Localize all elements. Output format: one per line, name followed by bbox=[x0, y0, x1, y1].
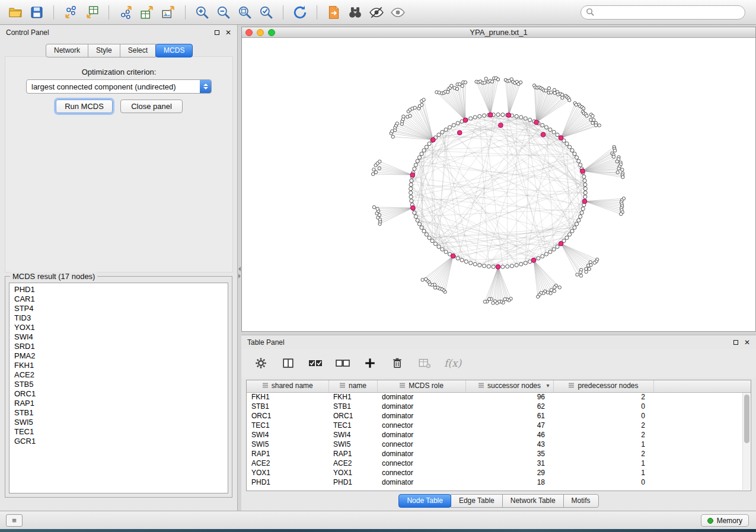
table-toolbar: f(x) bbox=[241, 349, 756, 377]
list-item[interactable]: ORC1 bbox=[9, 389, 228, 399]
table-settings-button[interactable] bbox=[253, 355, 269, 371]
select-all-button[interactable] bbox=[308, 355, 323, 371]
table-row[interactable]: RAP1RAP1dominator352 bbox=[247, 449, 751, 459]
list-item[interactable]: FKH1 bbox=[9, 361, 228, 370]
network-window-title: YPA_prune.txt_1 bbox=[242, 28, 755, 37]
tab-edge-table[interactable]: Edge Table bbox=[451, 494, 503, 508]
floppy-disk-icon bbox=[30, 5, 44, 20]
search-box[interactable] bbox=[580, 5, 745, 20]
search-input[interactable] bbox=[595, 8, 740, 17]
table-panel-titlebar: Table Panel ✕ bbox=[241, 335, 756, 349]
open-file-button[interactable] bbox=[6, 3, 25, 22]
folder-icon bbox=[8, 5, 23, 20]
close-panel-button[interactable]: Close panel bbox=[120, 100, 183, 113]
column-header[interactable]: MCDS role bbox=[377, 380, 465, 392]
show-all-button[interactable] bbox=[388, 3, 407, 22]
unselect-all-icon bbox=[335, 357, 350, 370]
close-icon[interactable]: ✕ bbox=[225, 29, 231, 36]
table-row[interactable]: TEC1TEC1connector472 bbox=[247, 421, 751, 430]
zoom-out-button[interactable] bbox=[214, 3, 233, 22]
tab-style[interactable]: Style bbox=[88, 44, 120, 57]
list-item[interactable]: PHD1 bbox=[9, 285, 228, 294]
float-panel-icon[interactable] bbox=[733, 340, 738, 345]
panel-menu-button[interactable]: ≡ bbox=[6, 514, 23, 527]
table-scrollbar[interactable] bbox=[742, 393, 750, 490]
trash-icon bbox=[391, 357, 404, 370]
list-item[interactable]: YOX1 bbox=[9, 323, 228, 332]
zoom-fit-button[interactable] bbox=[235, 3, 254, 22]
table-row[interactable]: PHD1PHD1dominator180 bbox=[247, 477, 751, 487]
table-row[interactable]: YOX1YOX1connector291 bbox=[247, 468, 751, 477]
column-header[interactable]: shared name bbox=[247, 380, 328, 392]
export-table-button[interactable] bbox=[138, 3, 157, 22]
function-builder-button[interactable]: f(x) bbox=[444, 357, 461, 369]
column-header[interactable]: successor nodes▾ bbox=[465, 380, 553, 392]
list-item[interactable]: STB1 bbox=[9, 408, 228, 418]
delete-table-button[interactable] bbox=[417, 355, 432, 371]
mcds-result-list[interactable]: PHD1CAR1STP4TID3YOX1SWI4SRD1PMA2FKH1ACE2… bbox=[9, 283, 228, 493]
list-item[interactable]: SWI4 bbox=[9, 332, 228, 342]
float-panel-icon[interactable] bbox=[215, 30, 219, 35]
export-image-button[interactable] bbox=[159, 3, 178, 22]
close-icon[interactable]: ✕ bbox=[744, 339, 750, 346]
tab-network[interactable]: Network bbox=[46, 44, 88, 57]
binoculars-icon bbox=[347, 5, 363, 20]
list-item[interactable]: GCR1 bbox=[9, 437, 228, 446]
tab-mcds[interactable]: MCDS bbox=[155, 44, 193, 57]
hide-selected-button[interactable] bbox=[367, 3, 386, 22]
list-item[interactable]: RAP1 bbox=[9, 399, 228, 408]
table-row[interactable]: STB1STB1dominator620 bbox=[247, 402, 751, 411]
table-row[interactable]: SWI5SWI5connector431 bbox=[247, 440, 751, 449]
plus-icon bbox=[363, 357, 377, 370]
tab-network-table[interactable]: Network Table bbox=[502, 494, 564, 508]
export-network-button[interactable] bbox=[116, 3, 135, 22]
collapse-left-icon[interactable] bbox=[238, 267, 241, 271]
eye-slash-icon bbox=[368, 5, 385, 20]
list-item[interactable]: CAR1 bbox=[9, 294, 228, 304]
table-row[interactable]: ACE2ACE2connector311 bbox=[247, 459, 751, 468]
tab-node-table[interactable]: Node Table bbox=[398, 494, 451, 508]
list-item[interactable]: PMA2 bbox=[9, 351, 228, 361]
list-item[interactable]: SWI5 bbox=[9, 418, 228, 427]
unselect-all-button[interactable] bbox=[335, 355, 350, 371]
find-in-network-button[interactable] bbox=[346, 3, 365, 22]
refresh-layout-button[interactable] bbox=[291, 3, 310, 22]
table-row[interactable]: FKH1FKH1dominator962 bbox=[247, 392, 751, 402]
network-window-titlebar: YPA_prune.txt_1 bbox=[242, 27, 755, 38]
list-item[interactable]: TEC1 bbox=[9, 427, 228, 437]
run-mcds-button[interactable]: Run MCDS bbox=[56, 100, 113, 113]
tab-motifs[interactable]: Motifs bbox=[563, 494, 599, 508]
show-column-button[interactable] bbox=[280, 355, 296, 371]
column-header[interactable]: predecessor nodes bbox=[553, 380, 653, 392]
node-table: shared namenameMCDS rolesuccessor nodes▾… bbox=[246, 380, 751, 491]
column-header[interactable]: name bbox=[328, 380, 377, 392]
import-network-icon bbox=[63, 5, 78, 20]
import-table-button[interactable] bbox=[82, 3, 101, 22]
delete-column-button[interactable] bbox=[390, 355, 405, 371]
export-document-button[interactable] bbox=[324, 3, 343, 22]
collapse-right-icon[interactable] bbox=[238, 274, 241, 278]
import-network-button[interactable] bbox=[61, 3, 80, 22]
search-icon bbox=[586, 8, 595, 17]
list-item[interactable]: STP4 bbox=[9, 304, 228, 313]
table-sort-icon bbox=[568, 382, 575, 390]
criterion-dropdown[interactable]: largest connected component (undirected) bbox=[26, 79, 212, 94]
network-canvas[interactable] bbox=[242, 38, 755, 331]
zoom-in-icon bbox=[194, 5, 210, 20]
save-button[interactable] bbox=[27, 3, 46, 22]
tab-select[interactable]: Select bbox=[120, 44, 156, 57]
create-column-button[interactable] bbox=[362, 355, 378, 371]
list-item[interactable]: SRD1 bbox=[9, 342, 228, 351]
export-network-icon bbox=[118, 5, 133, 20]
scrollbar-thumb[interactable] bbox=[744, 395, 749, 443]
toolbar-separator bbox=[109, 5, 109, 20]
table-row[interactable]: ORC1ORC1dominator610 bbox=[247, 411, 751, 421]
memory-button[interactable]: Memory bbox=[701, 514, 749, 527]
list-item[interactable]: ACE2 bbox=[9, 370, 228, 380]
dropdown-stepper-icon bbox=[200, 80, 211, 93]
table-row[interactable]: SWI4SWI4dominator462 bbox=[247, 430, 751, 440]
list-item[interactable]: STB5 bbox=[9, 380, 228, 389]
zoom-selected-button[interactable] bbox=[257, 3, 276, 22]
list-item[interactable]: TID3 bbox=[9, 313, 228, 323]
zoom-in-button[interactable] bbox=[193, 3, 212, 22]
